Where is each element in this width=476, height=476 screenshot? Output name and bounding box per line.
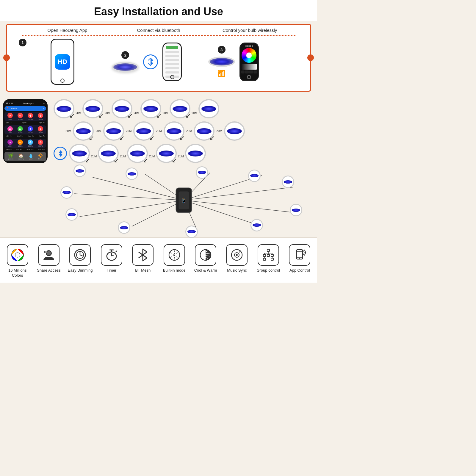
svg-line-8 bbox=[184, 187, 293, 200]
timer-label: Timer bbox=[107, 268, 116, 273]
sat-light-2 bbox=[126, 167, 138, 180]
device-cell-1: ⏻ 100% bbox=[5, 113, 15, 120]
dashed-separator bbox=[22, 35, 295, 36]
music-icon-box: ♪ bbox=[226, 244, 248, 266]
sat-light-7 bbox=[250, 219, 263, 231]
group-icon bbox=[262, 248, 275, 262]
sat-light-5 bbox=[282, 176, 294, 188]
sat-light-11 bbox=[60, 186, 73, 199]
svg-rect-57 bbox=[263, 258, 266, 260]
step1-phone-screen: HD bbox=[51, 40, 73, 84]
step1-number: 1 bbox=[19, 39, 26, 46]
step-1: 1 HD bbox=[16, 39, 109, 85]
step2-number: 2 bbox=[121, 51, 129, 59]
feature-colors: 16 Millions Colors bbox=[4, 244, 31, 278]
app-row6 bbox=[165, 71, 179, 73]
svg-text:+: + bbox=[45, 250, 46, 253]
feature-bt-mesh: BT Mesh bbox=[129, 244, 156, 273]
svg-point-44 bbox=[236, 254, 238, 256]
colors-icon-box bbox=[7, 244, 28, 266]
svg-line-13 bbox=[80, 200, 184, 217]
colors-icon bbox=[11, 248, 24, 262]
svg-line-31 bbox=[116, 251, 117, 252]
step3-number: 3 bbox=[218, 46, 226, 54]
cool-warm-label: Cool & Warm bbox=[194, 268, 217, 273]
app-row4 bbox=[165, 63, 179, 65]
group-pool: 💧 pool bbox=[28, 153, 33, 160]
bt-mesh-icon-box bbox=[132, 244, 154, 266]
step3-phone-screen: ■ ■■■ ■ bbox=[240, 43, 258, 80]
svg-line-3 bbox=[148, 58, 151, 60]
mesh-row-3: ↙ 20M ↙ 20M ↙ 20M ↙ bbox=[54, 144, 314, 163]
arrow-icon: ↙ bbox=[69, 112, 75, 120]
svg-point-19 bbox=[47, 251, 51, 255]
svg-point-62 bbox=[299, 258, 300, 259]
phone1-home-btn bbox=[60, 79, 65, 83]
device-grid-3: ⏻ 100% ⏻ 100% ⏻ 100% ⏻ 100% bbox=[4, 139, 46, 148]
mesh-row-2: 20M ↙ 20M ↙ 20M ↙ 20M bbox=[54, 121, 314, 141]
share-icon-box: + bbox=[38, 244, 60, 266]
mesh-light-disc bbox=[57, 106, 71, 112]
app-row3 bbox=[165, 59, 179, 61]
app-row1 bbox=[165, 51, 179, 53]
sat-light-10 bbox=[65, 208, 78, 221]
device-cell-2: ⏻ 100% bbox=[15, 113, 25, 120]
hd-logo: HD bbox=[55, 54, 70, 70]
device-grid: ⏻ 100% ⏻ 100% ⏻ 100% ⏻ 100% bbox=[4, 112, 46, 121]
step3-recessed-light bbox=[208, 57, 235, 67]
sat-light-9 bbox=[118, 221, 130, 234]
color-wheel-center bbox=[246, 52, 252, 58]
dimming-label: Easy Dimming bbox=[68, 268, 93, 273]
bt-mesh-icon bbox=[136, 248, 149, 262]
step-2: 2 bbox=[112, 43, 205, 81]
feature-dimming: Easy Dimming bbox=[67, 244, 93, 273]
timer-icon-box bbox=[101, 244, 122, 266]
bluetooth-symbol bbox=[143, 54, 158, 69]
center-phone-icon: 📱 bbox=[176, 188, 192, 213]
sat-light-8 bbox=[185, 226, 198, 238]
svg-rect-53 bbox=[267, 254, 270, 256]
svg-rect-52 bbox=[263, 254, 266, 256]
svg-rect-46 bbox=[267, 249, 270, 251]
steps-header: Open HaoDeng App Connect via bluetooth C… bbox=[13, 28, 304, 33]
app-control-icon bbox=[293, 248, 306, 262]
step2-recessed-light bbox=[112, 62, 139, 72]
sat-light-6 bbox=[290, 204, 302, 216]
group-roof: 🔆 Roof bbox=[38, 153, 43, 160]
sat-light-3 bbox=[196, 166, 208, 179]
cool-warm-icon-box bbox=[195, 244, 216, 266]
builtin-label: Built-in mode bbox=[163, 268, 186, 273]
step-3: 3 📶 ■ ■■■ ■ bbox=[208, 43, 301, 81]
svg-line-25 bbox=[80, 255, 83, 256]
builtin-icon-box bbox=[164, 244, 185, 266]
music-icon: ♪ bbox=[230, 248, 243, 262]
step2-phone bbox=[162, 43, 182, 81]
features-section: 16 Millions Colors + Share Access E bbox=[0, 238, 317, 283]
step1-phone: HD bbox=[51, 39, 74, 85]
feature-share: + Share Access bbox=[35, 244, 62, 273]
step1-header: Open HaoDeng App bbox=[22, 28, 113, 33]
dimming-icon-box bbox=[69, 244, 91, 266]
colors-label: 16 Millions Colors bbox=[4, 268, 31, 278]
cool-warm-icon bbox=[199, 248, 212, 262]
dimming-icon bbox=[73, 248, 87, 262]
title-section: Easy Installation and Use bbox=[0, 0, 317, 21]
device-labels-row3: light 8 › light 9 › light 10 › light 11 … bbox=[4, 148, 46, 151]
sat-light-4 bbox=[248, 170, 261, 182]
app-phone: ⚙ 2:41 Desktop ▾ + 📍 Device ∧ ⏻ 100% ⏻ 1… bbox=[3, 99, 48, 163]
svg-line-9 bbox=[184, 200, 301, 213]
device-labels-row1: light 1 › light 2 › light 3 › bbox=[4, 121, 46, 124]
feature-app-control: App Control bbox=[286, 244, 313, 273]
svg-line-4 bbox=[93, 177, 184, 200]
group-balcony: 🏠 balcony bbox=[18, 153, 24, 160]
svg-rect-54 bbox=[271, 254, 273, 256]
feature-cool-warm: Cool & Warm bbox=[192, 244, 219, 273]
step3-phone: ■ ■■■ ■ bbox=[239, 43, 259, 81]
group-label: Group control bbox=[256, 268, 280, 273]
app-control-icon-box bbox=[289, 244, 310, 266]
mesh-light-item-2: ↙ bbox=[82, 99, 103, 118]
feature-builtin: Built-in mode bbox=[161, 244, 188, 273]
share-label: Share Access bbox=[37, 268, 61, 273]
feature-group: Group control bbox=[255, 244, 282, 273]
group-section: 🌿 garden 🏠 balcony 💧 pool 🔆 Roof bbox=[4, 152, 46, 161]
